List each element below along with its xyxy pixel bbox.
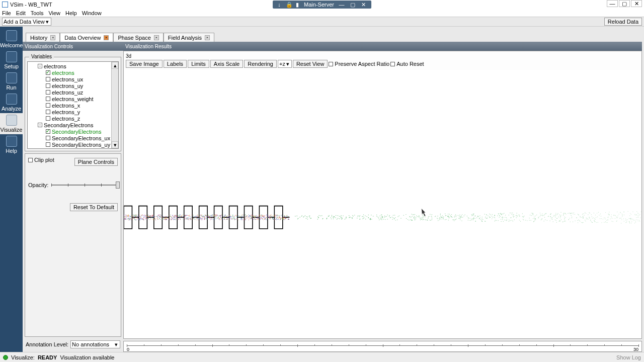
preserve-aspect-check[interactable]: Preserve Aspect Ratio: [329, 61, 389, 67]
tree-item[interactable]: electrons_y: [29, 109, 118, 115]
menu-tools[interactable]: Tools: [31, 10, 44, 16]
svg-point-653: [207, 218, 208, 218]
menu-view[interactable]: View: [48, 10, 60, 16]
tree-item[interactable]: electrons_ux: [29, 76, 118, 82]
svg-point-898: [205, 215, 205, 216]
checkbox[interactable]: [46, 77, 50, 81]
signal-icon[interactable]: ▮: [295, 2, 300, 7]
tree-label: electrons_y: [52, 109, 80, 115]
plane-controls-button[interactable]: Plane Controls: [74, 158, 118, 166]
scroll-up-icon[interactable]: ▴: [112, 62, 118, 69]
labels-button[interactable]: Labels: [164, 60, 187, 68]
variables-tree[interactable]: -electrons electrons electrons_ux electr…: [27, 61, 119, 149]
server-restore-icon[interactable]: ▢: [349, 2, 356, 8]
slider-thumb[interactable]: [116, 182, 120, 189]
tab-history[interactable]: History×: [26, 33, 60, 42]
svg-point-652: [179, 216, 179, 216]
checkbox[interactable]: [46, 70, 50, 75]
menu-help[interactable]: Help: [65, 10, 77, 16]
minimize-button[interactable]: —: [607, 0, 618, 7]
tab-field-analysis[interactable]: Field Analysis×: [164, 33, 214, 42]
close-icon[interactable]: ×: [205, 35, 210, 40]
show-log-link[interactable]: Show Log: [616, 354, 641, 360]
svg-point-716: [184, 217, 184, 218]
limits-button[interactable]: Limits: [188, 60, 209, 68]
svg-point-937: [485, 216, 486, 217]
svg-point-725: [249, 220, 249, 220]
clip-plot-check[interactable]: Clip plot: [28, 157, 54, 163]
close-button[interactable]: ✕: [631, 0, 642, 7]
svg-point-346: [222, 215, 223, 215]
checkbox[interactable]: [46, 103, 50, 108]
save-image-button[interactable]: Save Image: [126, 60, 163, 68]
close-icon[interactable]: ×: [104, 35, 109, 40]
checkbox[interactable]: [46, 136, 50, 140]
tree-item[interactable]: electrons_x: [29, 102, 118, 109]
svg-point-955: [530, 220, 531, 221]
menu-file[interactable]: File: [2, 10, 11, 16]
checkbox[interactable]: [28, 158, 33, 162]
reload-data-button[interactable]: Reload Data: [604, 18, 642, 26]
checkbox[interactable]: [46, 110, 50, 114]
collapse-icon[interactable]: -: [38, 64, 42, 68]
svg-point-663: [271, 215, 271, 216]
tree-item[interactable]: SecondaryElectrons_ux: [29, 135, 118, 141]
tree-item[interactable]: electrons_uy: [29, 82, 118, 89]
server-close-icon[interactable]: ✕: [360, 2, 367, 8]
svg-point-983: [625, 218, 626, 219]
tree-item[interactable]: electrons_uz: [29, 89, 118, 96]
tree-item[interactable]: SecondaryElectrons_uy: [29, 141, 118, 148]
checkbox[interactable]: [46, 97, 50, 101]
svg-point-110: [206, 218, 207, 218]
server-minimize-icon[interactable]: —: [338, 2, 345, 8]
menu-window[interactable]: Window: [82, 10, 102, 16]
checkbox[interactable]: [390, 62, 395, 66]
nav-help[interactable]: Help: [0, 134, 23, 155]
auto-reset-check[interactable]: Auto Reset: [390, 61, 424, 67]
tab-phase-space[interactable]: Phase Space×: [113, 33, 163, 42]
checkbox[interactable]: [46, 129, 50, 134]
tree-node-secondary[interactable]: -SecondaryElectrons: [29, 122, 118, 128]
checkbox[interactable]: [46, 83, 50, 88]
add-data-view-dropdown[interactable]: Add a Data View ▾: [2, 18, 51, 26]
tree-item[interactable]: electrons: [29, 69, 118, 76]
svg-point-1200: [418, 216, 419, 217]
axis-direction-dropdown[interactable]: +z▾: [278, 60, 292, 68]
nav-analyze[interactable]: Analyze: [0, 92, 23, 113]
tree-item[interactable]: electrons_weight: [29, 96, 118, 102]
checkbox[interactable]: [46, 90, 50, 95]
opacity-slider[interactable]: [51, 185, 118, 186]
checkbox[interactable]: [46, 142, 50, 147]
checkbox[interactable]: [329, 62, 333, 66]
tree-item[interactable]: electrons_z: [29, 115, 118, 122]
nav-run[interactable]: Run: [0, 71, 23, 92]
annotation-dropdown[interactable]: No annotations ▾: [70, 340, 120, 348]
timeline[interactable]: 0 30: [123, 341, 642, 352]
reset-view-button[interactable]: Reset View: [293, 60, 328, 68]
tree-item[interactable]: SecondaryElectrons: [29, 128, 118, 135]
svg-point-986: [634, 223, 635, 223]
close-icon[interactable]: ×: [154, 35, 159, 40]
menu-edit[interactable]: Edit: [16, 10, 26, 16]
reset-default-button[interactable]: Reset To Default: [70, 203, 118, 211]
tree-node-electrons[interactable]: -electrons: [29, 63, 118, 69]
nav-welcome[interactable]: Welcome: [0, 29, 23, 50]
nav-visualize[interactable]: Visualize: [0, 113, 23, 134]
viz-canvas[interactable]: [124, 70, 641, 338]
tree-item[interactable]: SecondaryElectrons_uz: [29, 148, 118, 149]
svg-point-1407: [555, 213, 556, 213]
svg-point-237: [266, 217, 267, 217]
nav-setup[interactable]: Setup: [0, 50, 23, 71]
scrollbar[interactable]: ▴ ▾: [111, 62, 118, 148]
lock-icon[interactable]: 🔒: [286, 2, 291, 7]
maximize-button[interactable]: ▢: [619, 0, 630, 7]
collapse-icon[interactable]: -: [38, 123, 42, 127]
tab-data-overview[interactable]: Data Overview×: [60, 33, 113, 42]
close-icon[interactable]: ×: [50, 35, 55, 40]
axis-scale-button[interactable]: Axis Scale: [210, 60, 243, 68]
rendering-button[interactable]: Rendering: [244, 60, 277, 68]
svg-point-998: [559, 215, 559, 215]
checkbox[interactable]: [46, 116, 50, 121]
download-icon[interactable]: ↓: [277, 2, 282, 7]
scroll-down-icon[interactable]: ▾: [112, 141, 118, 148]
